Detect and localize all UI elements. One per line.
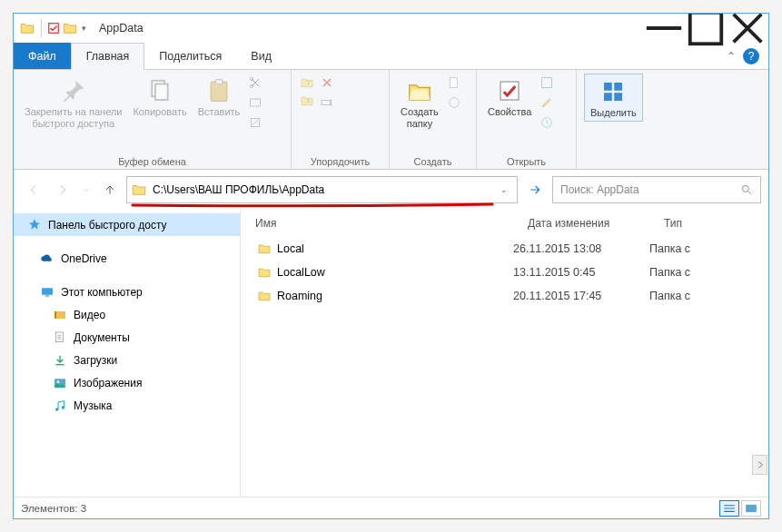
new-folder-button[interactable]: Создать папку [395,72,444,133]
address-path: C:\Users\ВАШ ПРОФИЛЬ\AppData [153,183,490,196]
address-folder-icon [131,182,147,198]
open-button[interactable] [537,74,557,92]
close-button[interactable] [727,14,768,43]
svg-point-28 [55,408,58,410]
properties-button[interactable]: Свойства [482,72,537,122]
nav-video[interactable]: Видео [14,303,240,326]
nav-pane: Панель быстрого досту OneDrive Этот комп… [14,210,241,497]
pin-quick-access-button[interactable]: Закрепить на панели быстрого доступа [19,72,127,133]
column-headers: Имя Дата изменения Тип [241,210,768,237]
nav-downloads-label: Загрузки [74,354,117,367]
file-type: Папка с [649,290,768,302]
tab-file[interactable]: Файл [14,43,71,69]
tab-view[interactable]: Вид [236,43,286,69]
address-go-button[interactable] [521,176,549,203]
svg-rect-22 [45,295,49,296]
minimize-button[interactable] [643,14,685,43]
file-row[interactable]: LocalLow 13.11.2015 0:45 Папка с [241,261,768,284]
select-label: Выделить [590,107,637,119]
new-folder-label: Создать папку [401,106,439,130]
minimize-ribbon-icon[interactable]: ⌃ [727,50,736,63]
onedrive-icon [39,251,55,267]
copy-to-button[interactable] [297,92,317,110]
svg-rect-4 [211,82,227,101]
address-dropdown-icon[interactable]: ⌄ [495,185,513,194]
folder-icon [241,265,277,280]
file-name: Roaming [277,290,513,302]
nav-documents[interactable]: Документы [14,326,240,349]
svg-rect-3 [155,84,168,101]
history-button[interactable] [537,113,557,132]
address-bar[interactable]: C:\Users\ВАШ ПРОФИЛЬ\AppData ⌄ [126,176,518,203]
qat-properties-icon[interactable] [47,22,60,34]
tab-share[interactable]: Поделиться [144,43,236,69]
file-name: Local [277,242,513,255]
pc-icon [39,284,55,300]
move-to-button[interactable] [297,74,317,92]
search-input[interactable]: Поиск: AppData [552,176,761,203]
view-details-button[interactable] [719,500,739,517]
paste-label: Вставить [198,106,241,118]
nav-forward-button[interactable] [50,177,75,202]
nav-quick-access[interactable]: Панель быстрого досту [14,213,240,236]
paste-shortcut-button[interactable] [245,113,265,132]
nav-pictures-label: Изображения [74,377,142,389]
nav-onedrive[interactable]: OneDrive [14,247,240,270]
col-date[interactable]: Дата изменения [513,217,649,230]
svg-rect-14 [542,78,552,88]
svg-point-20 [742,185,748,192]
scroll-right-button[interactable] [752,455,767,475]
col-name[interactable]: Имя [241,217,513,230]
nav-downloads[interactable]: Загрузки [14,349,240,371]
easy-access-button[interactable] [444,94,464,112]
file-row[interactable]: Roaming 20.11.2015 17:45 Папка с [241,284,768,308]
body: Панель быстрого досту OneDrive Этот комп… [14,210,768,497]
svg-point-12 [449,98,459,108]
qat-newfolder-icon[interactable] [62,20,78,36]
search-icon [740,183,753,196]
pin-label: Закрепить на панели быстрого доступа [25,106,122,130]
documents-icon [52,330,68,346]
edit-button[interactable] [537,94,557,112]
nav-up-button[interactable] [97,177,123,202]
content-pane: Имя Дата изменения Тип Local 26.11.2015 … [241,210,768,497]
paste-button[interactable]: Вставить [193,72,246,122]
svg-rect-11 [450,78,457,88]
nav-pictures[interactable]: Изображения [14,371,240,394]
ribbon: Закрепить на панели быстрого доступа Коп… [14,70,768,170]
new-item-button[interactable] [444,74,464,92]
nav-this-pc[interactable]: Этот компьютер [14,281,240,303]
delete-button[interactable] [317,74,337,92]
cut-button[interactable] [245,74,265,92]
nav-recent-button[interactable] [79,177,94,202]
search-placeholder: Поиск: AppData [560,183,639,196]
maximize-button[interactable] [685,14,727,43]
rename-button[interactable] [317,94,337,112]
nav-thispc-label: Этот компьютер [61,286,143,299]
copy-label: Копировать [133,106,186,118]
svg-rect-30 [746,504,757,511]
svg-rect-18 [604,93,612,101]
nav-onedrive-label: OneDrive [61,252,107,265]
file-row[interactable]: Local 26.11.2015 13:08 Папка с [241,237,768,261]
svg-rect-16 [604,83,612,91]
file-date: 26.11.2015 13:08 [513,242,649,255]
address-row: C:\Users\ВАШ ПРОФИЛЬ\AppData ⌄ Поиск: Ap… [14,170,768,210]
pictures-icon [52,375,68,391]
view-large-icons-button[interactable] [741,500,761,517]
qat-dropdown-icon[interactable]: ▾ [82,24,86,33]
svg-rect-10 [322,100,330,104]
nav-music[interactable]: Музыка [14,394,240,417]
nav-back-button[interactable] [21,177,46,202]
help-button[interactable]: ? [743,48,759,64]
folder-icon [241,289,277,303]
tab-home[interactable]: Главная [71,43,145,70]
copy-path-button[interactable] [245,94,265,112]
svg-rect-21 [42,288,53,294]
svg-rect-1 [690,13,722,44]
copy-button[interactable]: Копировать [127,72,192,122]
col-type[interactable]: Тип [649,217,768,230]
select-button[interactable]: Выделить [584,74,643,122]
explorer-window: ▾ AppData Файл Главная Поделиться Вид ⌃ … [13,13,769,519]
svg-point-27 [57,380,60,383]
